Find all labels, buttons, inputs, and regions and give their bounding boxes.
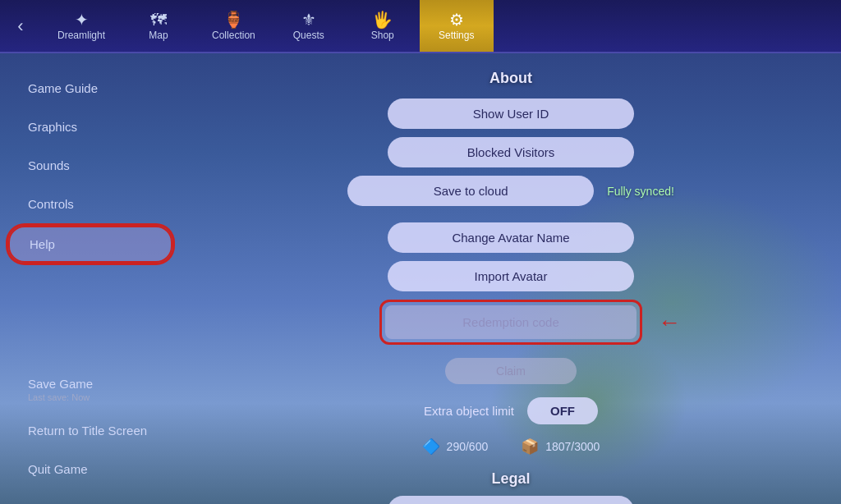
redemption-code-input[interactable] — [385, 305, 636, 339]
navbar: ‹ ✦ Dreamlight 🗺 Map 🏺 Collection ⚜ Ques… — [0, 0, 841, 53]
extra-limit-label: Extra object limit — [424, 404, 514, 418]
save-to-cloud-row: Save to cloud Fully synced! — [347, 176, 674, 206]
claim-button[interactable]: Claim — [445, 358, 577, 384]
object-counts: 🔷 290/600 📦 1807/3000 — [422, 438, 600, 456]
count-item-1: 🔷 290/600 — [422, 438, 489, 456]
nav-back-arrow[interactable]: ‹ — [0, 0, 41, 52]
count-value-1: 290/600 — [447, 440, 489, 453]
nav-item-settings[interactable]: ⚙ Settings — [420, 0, 494, 52]
import-avatar-button[interactable]: Import Avatar — [388, 261, 634, 291]
sidebar-item-save-game[interactable]: Save Game Last save: Now — [8, 370, 172, 409]
count-value-2: 1807/3000 — [545, 440, 600, 453]
redemption-arrow-icon: ← — [658, 309, 681, 336]
redemption-box: ← — [379, 300, 642, 345]
sidebar-item-game-guide[interactable]: Game Guide — [8, 71, 172, 105]
sidebar-item-sounds[interactable]: Sounds — [8, 149, 172, 182]
blocked-visitors-button[interactable]: Blocked Visitors — [388, 137, 634, 167]
cube-small-icon: 🔷 — [422, 438, 440, 456]
settings-icon: ⚙ — [449, 11, 464, 28]
sidebar: Game Guide Graphics Sounds Controls Help… — [0, 53, 181, 504]
sidebar-item-quit-game[interactable]: Quit Game — [8, 452, 172, 486]
main-content: About Show User ID Blocked Visitors Save… — [181, 53, 841, 504]
synced-status: Fully synced! — [607, 185, 674, 198]
quests-icon: ⚜ — [301, 11, 316, 28]
nav-item-dreamlight[interactable]: ✦ Dreamlight — [41, 0, 122, 52]
change-avatar-name-button[interactable]: Change Avatar Name — [388, 222, 634, 253]
show-user-id-button[interactable]: Show User ID — [388, 99, 634, 129]
redemption-area: ← — [379, 300, 642, 345]
about-title: About — [489, 70, 532, 87]
save-to-cloud-button[interactable]: Save to cloud — [347, 176, 594, 206]
sidebar-item-graphics[interactable]: Graphics — [8, 110, 172, 144]
nav-item-collection[interactable]: 🏺 Collection — [195, 0, 272, 52]
extra-limit-toggle[interactable]: OFF — [527, 397, 598, 424]
cube-large-icon: 📦 — [521, 438, 539, 456]
sidebar-item-return-to-title[interactable]: Return to Title Screen — [8, 414, 172, 447]
map-icon: 🗺 — [150, 11, 167, 28]
dreamlight-icon: ✦ — [75, 11, 89, 28]
sidebar-item-help[interactable]: Help — [8, 226, 172, 263]
sidebar-item-controls[interactable]: Controls — [8, 187, 172, 221]
collection-icon: 🏺 — [223, 11, 244, 28]
legal-title: Legal — [491, 470, 530, 488]
count-item-2: 📦 1807/3000 — [521, 438, 600, 456]
shop-icon: 🖐 — [372, 11, 393, 28]
nav-item-shop[interactable]: 🖐 Shop — [346, 0, 420, 52]
nav-item-map[interactable]: 🗺 Map — [122, 0, 195, 52]
cookies-policy-button[interactable]: Cookies Policy — [388, 496, 634, 504]
extra-object-limit-row: Extra object limit OFF — [424, 397, 598, 424]
nav-item-quests[interactable]: ⚜ Quests — [272, 0, 346, 52]
